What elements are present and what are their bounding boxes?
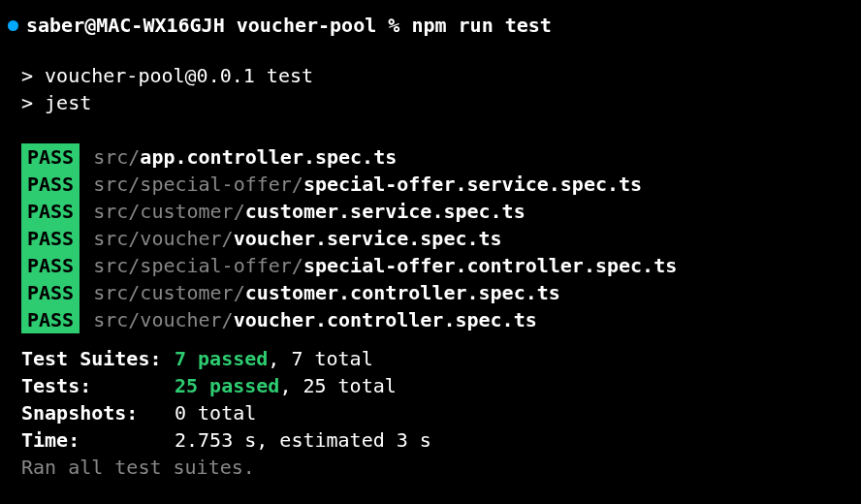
prompt-line: saber@MAC-WX16GJH voucher-pool % npm run… [8,12,853,39]
summary-label: Snapshots: [21,399,175,426]
typed-command[interactable]: npm run test [411,14,552,37]
pass-badge: PASS [21,252,80,279]
file-name: voucher.service.spec.ts [234,225,502,252]
summary-time: Time: 2.753 s, estimated 3 s [21,426,853,454]
npm-output-line-1: > voucher-pool@0.0.1 test [21,62,853,89]
summary-value: 2.753 s, estimated 3 s [175,426,431,454]
pass-badge: PASS [21,171,80,198]
summary-passed: 7 passed [175,345,268,372]
current-dir: voucher-pool [237,14,377,37]
file-name: special-offer.controller.spec.ts [303,252,677,279]
summary-tests: Tests: 25 passed , 25 total [21,372,853,399]
summary-total: , 7 total [268,345,372,372]
file-name: app.controller.spec.ts [140,143,397,171]
summary-suites: Test Suites: 7 passed , 7 total [21,345,853,372]
test-result-line: PASS src/app.controller.spec.ts [21,143,853,171]
summary-value: 0 total [175,399,256,426]
test-result-line: PASS src/customer/customer.service.spec.… [21,198,853,225]
test-result-line: PASS src/voucher/voucher.service.spec.ts [21,225,853,252]
status-dot-icon [8,20,18,31]
summary-label: Test Suites: [21,345,175,372]
file-path: src/customer/ [93,279,245,306]
pass-badge: PASS [21,279,80,306]
summary-snapshots: Snapshots: 0 total [21,399,853,426]
file-name: special-offer.service.spec.ts [303,171,642,198]
pass-badge: PASS [21,306,80,333]
test-result-line: PASS src/special-offer/special-offer.con… [21,252,853,279]
file-path: src/special-offer/ [93,171,303,198]
ran-all-line: Ran all test suites. [21,454,853,481]
summary-label: Tests: [21,372,175,399]
file-name: voucher.controller.spec.ts [234,306,537,333]
test-result-line: PASS src/special-offer/special-offer.ser… [21,171,853,198]
file-name: customer.service.spec.ts [245,198,526,225]
test-result-line: PASS src/customer/customer.controller.sp… [21,279,853,306]
summary-total: , 25 total [279,372,396,399]
pass-badge: PASS [21,225,80,252]
pass-badge: PASS [21,198,80,225]
file-path: src/ [93,143,140,171]
file-path: src/special-offer/ [93,252,303,279]
user-host: saber@MAC-WX16GJH [26,14,225,37]
prompt-text: saber@MAC-WX16GJH voucher-pool % npm run… [26,12,552,39]
pass-badge: PASS [21,143,80,171]
test-result-line: PASS src/voucher/voucher.controller.spec… [21,306,853,333]
file-path: src/customer/ [93,198,245,225]
npm-output-line-2: > jest [21,89,853,116]
prompt-symbol: % [388,14,399,37]
file-name: customer.controller.spec.ts [245,279,560,306]
file-path: src/voucher/ [93,306,234,333]
summary-passed: 25 passed [175,372,279,399]
file-path: src/voucher/ [93,225,234,252]
summary-label: Time: [21,426,175,454]
